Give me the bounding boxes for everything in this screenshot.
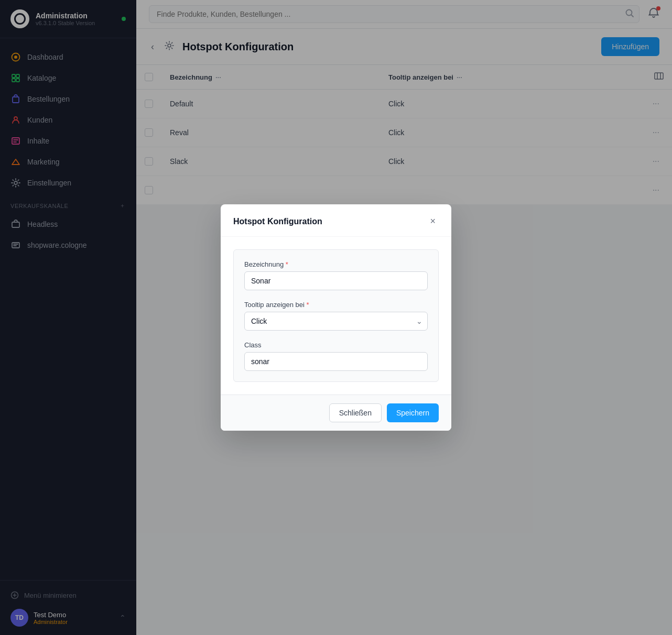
- class-field-group: Class: [244, 341, 428, 371]
- modal-body: Bezeichnung * Tooltip anzeigen bei * Cli…: [221, 237, 451, 395]
- modal-header: Hotspot Konfiguration ×: [221, 204, 451, 237]
- bezeichnung-input[interactable]: [244, 271, 428, 290]
- modal-title: Hotspot Konfiguration: [233, 217, 322, 226]
- class-input[interactable]: [244, 352, 428, 371]
- modal-overlay[interactable]: Hotspot Konfiguration × Bezeichnung * To…: [0, 0, 672, 635]
- tooltip-select-wrapper: Click Hover ⌄: [244, 312, 428, 331]
- modal-close-button[interactable]: ×: [427, 215, 439, 228]
- required-marker: *: [286, 260, 288, 268]
- hotspot-modal: Hotspot Konfiguration × Bezeichnung * To…: [221, 204, 451, 431]
- tooltip-select[interactable]: Click Hover: [244, 312, 428, 331]
- modal-footer: Schließen Speichern: [221, 395, 451, 431]
- form-section: Bezeichnung * Tooltip anzeigen bei * Cli…: [233, 249, 439, 382]
- bezeichnung-label: Bezeichnung *: [244, 260, 428, 268]
- save-button[interactable]: Speichern: [387, 403, 439, 422]
- required-marker: *: [307, 301, 309, 309]
- bezeichnung-field-group: Bezeichnung *: [244, 260, 428, 290]
- tooltip-label: Tooltip anzeigen bei *: [244, 301, 428, 309]
- tooltip-field-group: Tooltip anzeigen bei * Click Hover ⌄: [244, 301, 428, 331]
- class-label: Class: [244, 341, 428, 349]
- close-button[interactable]: Schließen: [329, 403, 382, 422]
